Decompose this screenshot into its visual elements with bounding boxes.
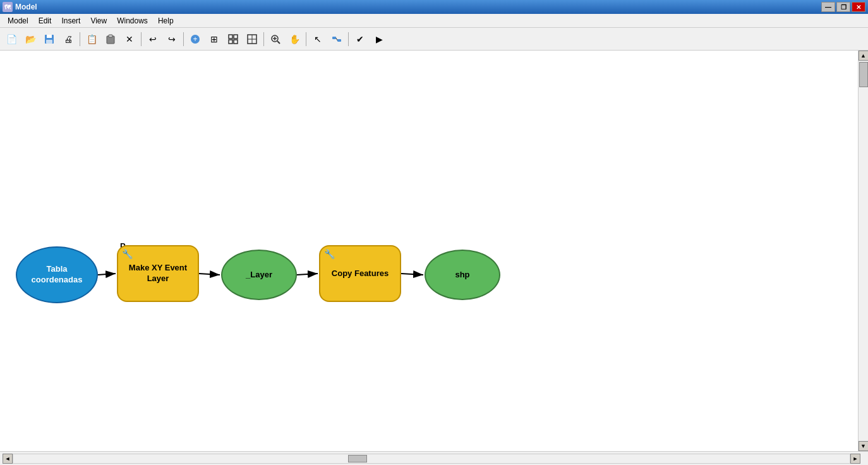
sep3 [183, 32, 184, 46]
pan-button[interactable]: ✋ [286, 30, 303, 48]
scroll-left-button[interactable]: ◄ [3, 454, 13, 464]
close-button[interactable]: ✕ [852, 2, 865, 12]
app-icon: 🗺 [3, 2, 13, 12]
sep6 [348, 32, 349, 46]
node-copy-features[interactable]: 🔧 Copy Features [319, 245, 401, 302]
make-xy-tool-icon: 🔧 [122, 249, 133, 259]
canvas-wrapper: P Tablacoordenadas 🔧 Make XY EventLayer … [0, 51, 868, 451]
copy-features-tool-icon: 🔧 [324, 249, 335, 259]
delete-button[interactable]: ✕ [121, 30, 138, 48]
scroll-thumb-h[interactable] [348, 455, 367, 462]
new-button[interactable]: 📄 [3, 30, 20, 48]
svg-rect-2 [46, 40, 52, 44]
menu-model[interactable]: Model [3, 15, 33, 27]
undo-button[interactable]: ↩ [144, 30, 162, 48]
fit-button[interactable] [224, 30, 242, 48]
node-make-xy-label: Make XY EventLayer [129, 263, 187, 284]
scroll-right-button[interactable]: ► [850, 454, 860, 464]
menu-insert[interactable]: Insert [56, 15, 85, 27]
window-title: Model [15, 3, 37, 11]
svg-line-24 [297, 274, 318, 275]
toolbar: 📄 📂 🖨 📋 ✕ ↩ ↪ + ⊞ ✋ ↖ ✔ ▶ [0, 28, 868, 51]
select-button[interactable]: ↖ [309, 30, 327, 48]
svg-line-20 [336, 38, 337, 40]
menu-help[interactable]: Help [153, 15, 179, 27]
window-controls: — ❐ ✕ [821, 2, 865, 12]
svg-rect-19 [337, 39, 341, 42]
svg-rect-4 [109, 35, 112, 37]
minimize-button[interactable]: — [821, 2, 835, 12]
svg-rect-10 [234, 40, 238, 44]
node-layer-label: _Layer [246, 270, 272, 281]
svg-text:+: + [193, 35, 197, 44]
svg-rect-9 [229, 40, 232, 44]
redo-button[interactable]: ↪ [163, 30, 181, 48]
svg-line-23 [199, 274, 220, 275]
zoom-in-button[interactable] [267, 30, 284, 48]
run-button[interactable]: ▶ [370, 30, 388, 48]
paste-button[interactable] [102, 30, 119, 48]
svg-rect-7 [229, 35, 232, 39]
main-canvas[interactable]: P Tablacoordenadas 🔧 Make XY EventLayer … [0, 51, 858, 451]
sep1 [80, 32, 80, 46]
validate-button[interactable]: ✔ [351, 30, 369, 48]
svg-line-25 [401, 274, 423, 275]
menu-bar: Model Edit Insert View Windows Help [0, 14, 868, 28]
svg-rect-18 [332, 37, 336, 39]
sep4 [263, 32, 264, 46]
svg-line-22 [98, 274, 116, 275]
print-button[interactable]: 🖨 [59, 30, 77, 48]
node-copy-features-label: Copy Features [332, 269, 389, 279]
node-shp[interactable]: shp [425, 250, 500, 300]
svg-rect-1 [47, 35, 52, 38]
scroll-thumb-v[interactable] [859, 62, 868, 87]
svg-line-15 [277, 41, 280, 44]
scrollbar-horizontal[interactable] [13, 454, 850, 464]
menu-windows[interactable]: Windows [112, 15, 153, 27]
title-bar: 🗺 Model — ❐ ✕ [0, 0, 868, 14]
save-button[interactable] [40, 30, 58, 48]
scroll-up-button[interactable]: ▲ [859, 51, 869, 61]
copy-button[interactable]: 📋 [83, 30, 100, 48]
add-button[interactable]: + [186, 30, 204, 48]
scroll-down-button[interactable]: ▼ [859, 441, 869, 451]
menu-view[interactable]: View [85, 15, 112, 27]
status-bar: ◄ ► [0, 451, 868, 465]
diagram-area: P Tablacoordenadas 🔧 Make XY EventLayer … [0, 51, 858, 451]
grid-button[interactable]: ⊞ [205, 30, 223, 48]
node-layer[interactable]: _Layer [221, 250, 297, 300]
menu-edit[interactable]: Edit [33, 15, 57, 27]
node-shp-label: shp [455, 270, 469, 281]
connect-button[interactable] [328, 30, 346, 48]
svg-rect-8 [234, 35, 238, 39]
restore-button[interactable]: ❐ [836, 2, 850, 12]
node-tabla-label: Tablacoordenadas [32, 264, 83, 286]
sep5 [306, 32, 306, 46]
node-tabla[interactable]: Tablacoordenadas [16, 246, 98, 303]
node-make-xy[interactable]: 🔧 Make XY EventLayer [117, 245, 199, 302]
open-button[interactable]: 📂 [21, 30, 39, 48]
sep2 [141, 32, 142, 46]
zoom-full-button[interactable] [243, 30, 261, 48]
scrollbar-vertical[interactable]: ▲ ▼ [858, 51, 868, 451]
